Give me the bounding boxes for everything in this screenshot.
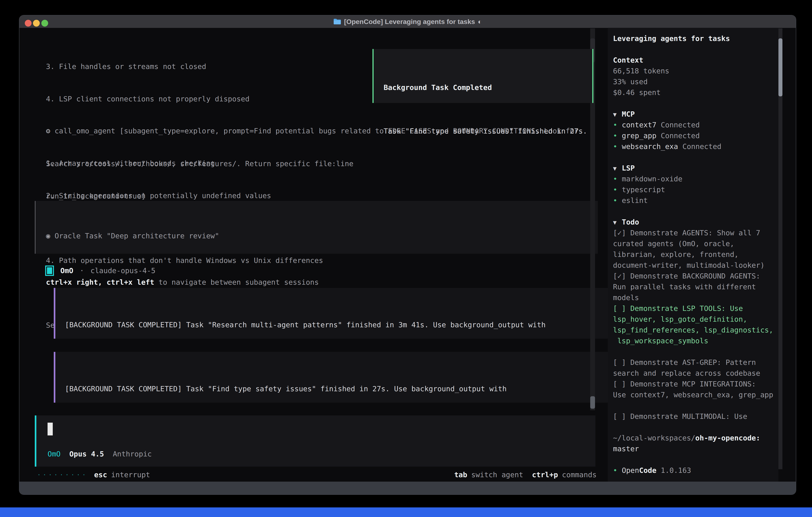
- lsp-item: •typescript: [613, 184, 778, 195]
- todo-line-pending: [ ] Demonstrate MCP INTEGRATIONS:: [613, 379, 778, 389]
- bullet-icon: •: [613, 184, 622, 195]
- todo-line-pending: search and replace across codebase: [613, 368, 778, 379]
- agent-model: claude-opus-4-5: [90, 265, 155, 276]
- background-task-message: [BACKGROUND TASK COMPLETED] Task "Resear…: [54, 288, 617, 339]
- toast-title: Background Task Completed: [384, 82, 592, 93]
- ctrlp-key-label: commands: [562, 469, 597, 480]
- prompt-input[interactable]: OmO Opus 4.5 Anthropic: [35, 415, 596, 467]
- scrollback-line: 4. LSP client connections not properly d…: [46, 93, 353, 104]
- mcp-section-header[interactable]: ▼MCP: [613, 109, 778, 119]
- context-tokens: 66,518 tokens: [613, 65, 778, 76]
- oracle-task-title: Oracle Task "Deep architecture review": [50, 232, 219, 240]
- todo-line-done: models: [613, 292, 778, 303]
- title-bar: [OpenCode] Leveraging agents for tasks ◐: [19, 16, 796, 28]
- shortcut-hint: to navigate between subagent sessions: [154, 278, 319, 286]
- todo-line-done: [✓] Demonstrate BACKGROUND AGENTS:: [613, 271, 778, 281]
- task-message-line: [BACKGROUND TASK COMPLETED] Task "Resear…: [65, 320, 617, 330]
- todo-line-done: Run parallel tasks with different: [613, 281, 778, 292]
- task-message-line: [BACKGROUND TASK COMPLETED] Task "Find t…: [65, 383, 617, 394]
- terminal-window: [OpenCode] Leveraging agents for tasks ◐…: [19, 15, 796, 495]
- input-model-name[interactable]: Opus 4.5: [69, 448, 104, 459]
- session-title: Leveraging agents for tasks: [613, 33, 778, 44]
- context-heading: Context: [613, 55, 778, 65]
- screen: [OpenCode] Leveraging agents for tasks ◐…: [0, 0, 812, 517]
- mcp-item: •context7 Connected: [613, 119, 778, 130]
- oracle-task-box: ◉ Oracle Task "Deep architecture review"…: [35, 201, 598, 254]
- bullet-icon: •: [613, 173, 622, 184]
- agent-header: OmO · claude-opus-4-5: [45, 265, 155, 276]
- todo-line-pending: [ ] Demonstrate AST-GREP: Pattern: [613, 357, 778, 368]
- separator-dot: ·: [80, 265, 84, 276]
- input-agent-name[interactable]: OmO: [48, 448, 61, 459]
- input-provider-name: Anthropic: [113, 448, 152, 459]
- desktop-blue-strip: [0, 508, 812, 517]
- text-cursor: [48, 423, 53, 435]
- bullet-icon: •: [613, 465, 622, 476]
- window-bottom-edge: [19, 482, 796, 494]
- scrollback-line: 3. File handles or streams not closed: [46, 61, 353, 72]
- context-used: 33% used: [613, 76, 778, 87]
- bullet-icon: •: [613, 130, 622, 141]
- todo-section-header[interactable]: ▼Todo: [613, 217, 778, 227]
- bullet-icon: •: [613, 119, 622, 130]
- session-busy-icon: ◐: [478, 18, 482, 26]
- gear-icon: ⚙: [46, 127, 50, 135]
- sidebar-scrollbar-thumb[interactable]: [778, 38, 782, 97]
- agent-name: OmO: [60, 265, 73, 276]
- chevron-down-icon: ▼: [613, 217, 622, 228]
- git-branch: master: [613, 443, 778, 454]
- spinner-dots: · · · · · · · · ·: [37, 469, 85, 480]
- todo-line-pending: Use context7, websearch_exa, grep_app: [613, 389, 778, 400]
- todo-line-active: [ ] Demonstrate LSP TOOLS: Use: [613, 303, 778, 314]
- todo-line-done: curated agents (OmO, oracle,: [613, 238, 778, 249]
- todo-line-active: lsp_find_references, lsp_diagnostics,: [613, 325, 778, 335]
- todo-line-active: lsp_hover, lsp_goto_definition,: [613, 314, 778, 325]
- tab-key-hint: tab: [454, 469, 467, 480]
- agent-square-icon: [45, 266, 54, 276]
- main-scrollbar-thumb[interactable]: [590, 396, 595, 409]
- version-line: •OpenCode 1.0.163: [613, 465, 778, 476]
- todo-line-active: lsp_workspace_symbols: [613, 335, 778, 346]
- ctrlp-key-hint: ctrl+p: [532, 469, 558, 480]
- lsp-section-header[interactable]: ▼LSP: [613, 163, 778, 173]
- shortcut-keys: ctrl+x right, ctrl+x left: [46, 278, 154, 286]
- chevron-down-icon: ▼: [613, 109, 622, 120]
- tab-key-label: switch agent: [471, 469, 523, 480]
- bullet-icon: •: [613, 141, 622, 152]
- statusbar-left: · · · · · · · · · esc interrupt: [37, 469, 150, 480]
- todo-line-done: [✓] Demonstrate AGENTS: Show all 7: [613, 227, 778, 238]
- bullet-icon: •: [613, 195, 622, 206]
- todo-line-done: document-writer, multimodal-looker): [613, 260, 778, 271]
- mcp-item: •grep_app Connected: [613, 130, 778, 141]
- todo-line-done: librarian, explore, frontend,: [613, 249, 778, 260]
- window-title: [OpenCode] Leveraging agents for tasks: [344, 18, 475, 26]
- chevron-down-icon: ▼: [613, 163, 622, 174]
- window-title-group: [OpenCode] Leveraging agents for tasks ◐: [19, 16, 796, 28]
- lsp-item: •eslint: [613, 195, 778, 206]
- esc-key-hint: esc: [94, 469, 107, 480]
- statusbar-right: tab switch agent ctrl+p commands: [451, 469, 597, 480]
- folder-icon: [333, 19, 341, 25]
- todo-line-pending: [ ] Demonstrate MULTIMODAL: Use: [613, 411, 778, 422]
- context-spent: $0.46 spent: [613, 87, 778, 98]
- tool-call-line: 2. String operations on potentially unde…: [46, 190, 579, 201]
- lsp-item: •markdown-oxide: [613, 173, 778, 184]
- fisheye-icon: ◉: [46, 232, 50, 240]
- mcp-item: •websearch_exa Connected: [613, 141, 778, 152]
- background-task-message: [BACKGROUND TASK COMPLETED] Task "Find t…: [54, 352, 617, 403]
- sidebar: Leveraging agents for tasks Context 66,5…: [608, 28, 778, 483]
- workspace-path: ~/local-workspaces/oh-my-opencode:: [613, 433, 778, 443]
- esc-key-label: interrupt: [111, 469, 150, 480]
- tool-call-line: 1. Array access without bounds checking: [46, 158, 579, 169]
- toast-notification[interactable]: Background Task Completed Task "Find typ…: [372, 49, 593, 103]
- toast-body: Task "Find type safety issues" finished …: [384, 126, 592, 137]
